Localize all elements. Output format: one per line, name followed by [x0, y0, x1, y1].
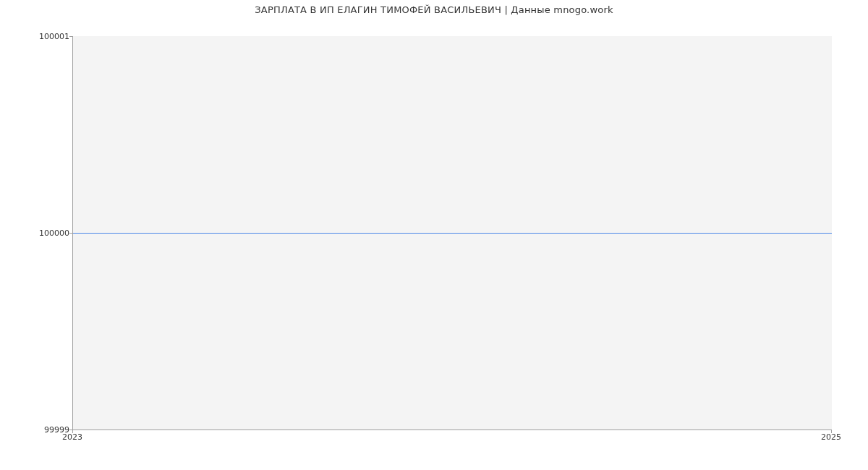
plot-area	[72, 36, 832, 430]
series-line-salary	[73, 233, 832, 234]
y-tick-label-mid: 100000	[39, 228, 69, 238]
chart-container: ЗАРПЛАТА В ИП ЕЛАГИН ТИМОФЕЙ ВАСИЛЬЕВИЧ …	[0, 0, 868, 470]
chart-title: ЗАРПЛАТА В ИП ЕЛАГИН ТИМОФЕЙ ВАСИЛЬЕВИЧ …	[0, 4, 868, 15]
x-tick-label-right: 2025	[821, 432, 841, 442]
y-tick-label-top: 100001	[39, 32, 69, 41]
x-tick-label-left: 2023	[62, 432, 82, 442]
